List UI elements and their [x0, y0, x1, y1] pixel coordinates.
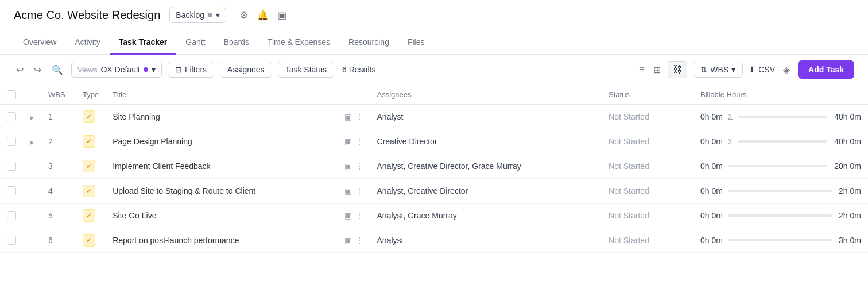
backlog-button[interactable]: Backlog ▾	[169, 7, 226, 23]
row-billable: 0h 0m 20h 0m	[693, 154, 868, 178]
row-assignees: Analyst	[370, 228, 602, 252]
sidebar-toggle-icon[interactable]: ▣	[278, 10, 286, 21]
row-billable: 0h 0m 2h 0m	[693, 203, 868, 228]
row-assignees: Creative Director	[370, 129, 602, 154]
wbs-number: 1	[48, 112, 53, 121]
header-status: Status	[602, 85, 693, 104]
tab-gantt[interactable]: Gantt	[176, 30, 214, 55]
task-type-icon: ✓	[83, 110, 95, 123]
task-type-icon: ✓	[83, 234, 95, 247]
row-page-icon[interactable]: ▣	[344, 236, 352, 245]
billable-hours-value: 0h 0m	[700, 236, 723, 245]
search-button[interactable]: 🔍	[49, 62, 65, 78]
assignees-button[interactable]: Assignees	[220, 62, 272, 78]
row-title-cell: Site Planning ▣ ⋮	[106, 104, 370, 129]
layers-icon[interactable]: ◈	[781, 62, 792, 78]
gear-icon[interactable]: ⚙	[240, 10, 248, 21]
row-expand-cell	[23, 178, 41, 203]
row-type: ✓	[76, 203, 106, 228]
row-checkbox[interactable]	[7, 211, 16, 220]
row-type: ✓	[76, 178, 106, 203]
row-status: Not Started	[602, 203, 693, 228]
row-type: ✓	[76, 129, 106, 154]
expand-arrow-icon[interactable]: ▶	[30, 139, 34, 145]
undo-button[interactable]: ↩	[14, 62, 26, 78]
progress-bar	[728, 239, 832, 241]
row-checkbox[interactable]	[7, 186, 16, 195]
tab-task-tracker[interactable]: Task Tracker	[110, 30, 177, 55]
tab-files[interactable]: Files	[398, 30, 434, 55]
total-hours-value: 40h 0m	[834, 137, 861, 146]
wbs-number: 6	[48, 236, 53, 245]
csv-button[interactable]: ⬇ CSV	[749, 65, 775, 74]
row-checkbox[interactable]	[7, 137, 16, 146]
tab-time-expenses[interactable]: Time & Expenses	[258, 30, 339, 55]
total-hours-value: 20h 0m	[834, 162, 861, 171]
row-status: Not Started	[602, 129, 693, 154]
wbs-button[interactable]: ⇅ WBS ▾	[693, 62, 743, 78]
row-page-icon[interactable]: ▣	[344, 186, 352, 195]
status-badge: Not Started	[609, 186, 649, 195]
row-page-icon[interactable]: ▣	[344, 211, 352, 220]
wbs-chevron-icon: ▾	[731, 65, 735, 74]
row-checkbox[interactable]	[7, 162, 16, 171]
table-header-row: WBS Type Title Assignees Status Billable…	[0, 85, 868, 104]
row-title-cell: Site Go Live ▣ ⋮	[106, 203, 370, 228]
tab-activity[interactable]: Activity	[65, 30, 109, 55]
progress-bar	[738, 116, 828, 118]
row-page-icon[interactable]: ▣	[344, 112, 352, 121]
expand-arrow-icon[interactable]: ▶	[30, 114, 34, 121]
task-table: WBS Type Title Assignees Status Billable…	[0, 85, 868, 253]
row-checkbox[interactable]	[7, 236, 16, 245]
bell-icon[interactable]: 🔔	[257, 10, 269, 21]
total-hours-value: 3h 0m	[839, 236, 861, 245]
row-wbs: 4	[41, 178, 76, 203]
row-title-cell: Page Design Planning ▣ ⋮	[106, 129, 370, 154]
row-billable: 0h 0m 2h 0m	[693, 178, 868, 203]
row-expand-cell	[23, 203, 41, 228]
grid-view-icon[interactable]: ⊞	[651, 62, 663, 78]
row-billable: 0h 0m Σ 40h 0m	[693, 104, 868, 129]
tab-overview[interactable]: Overview	[14, 30, 65, 55]
task-type-icon: ✓	[83, 160, 95, 172]
redo-button[interactable]: ↪	[32, 62, 44, 78]
row-title: Page Design Planning	[113, 137, 339, 146]
sigma-icon: Σ	[728, 112, 733, 121]
task-type-icon: ✓	[83, 209, 95, 222]
task-type-icon: ✓	[83, 135, 95, 148]
wbs-number: 2	[48, 137, 53, 146]
table-row: 6 ✓ Report on post-launch performance ▣ …	[0, 228, 868, 252]
tab-resourcing[interactable]: Resourcing	[339, 30, 398, 55]
row-more-icon[interactable]: ⋮	[355, 162, 363, 171]
row-more-icon[interactable]: ⋮	[355, 186, 363, 195]
table-row: ▶ 2 ✓ Page Design Planning ▣ ⋮ Creative …	[0, 129, 868, 154]
row-page-icon[interactable]: ▣	[344, 137, 352, 146]
total-hours-value: 40h 0m	[834, 112, 861, 121]
filters-button[interactable]: ⊟ Filters	[168, 62, 214, 78]
row-more-icon[interactable]: ⋮	[355, 137, 363, 146]
row-more-icon[interactable]: ⋮	[355, 236, 363, 245]
row-type: ✓	[76, 104, 106, 129]
row-more-icon[interactable]: ⋮	[355, 211, 363, 220]
row-checkbox-cell	[0, 178, 23, 203]
billable-hours-value: 0h 0m	[700, 137, 723, 146]
billable-hours-value: 0h 0m	[700, 162, 723, 171]
header-icons: ⚙ 🔔 ▣	[240, 10, 286, 21]
tab-boards[interactable]: Boards	[215, 30, 258, 55]
row-wbs: 6	[41, 228, 76, 252]
row-status: Not Started	[602, 154, 693, 178]
list-view-icon[interactable]: ≡	[637, 62, 646, 77]
add-task-button[interactable]: Add Task	[798, 60, 854, 79]
row-expand-cell: ▶	[23, 129, 41, 154]
row-checkbox[interactable]	[7, 112, 16, 121]
views-chevron-icon: ▾	[152, 65, 156, 74]
backlog-status-dot	[208, 13, 212, 17]
row-more-icon[interactable]: ⋮	[355, 112, 363, 121]
link-view-icon[interactable]: ⛓	[668, 61, 687, 78]
select-all-checkbox[interactable]	[7, 90, 16, 99]
views-selector[interactable]: Views OX Default ▾	[71, 62, 162, 78]
row-page-icon[interactable]: ▣	[344, 162, 352, 171]
status-badge: Not Started	[609, 112, 649, 121]
task-status-button[interactable]: Task Status	[278, 62, 334, 78]
header-checkbox-col	[0, 85, 23, 104]
